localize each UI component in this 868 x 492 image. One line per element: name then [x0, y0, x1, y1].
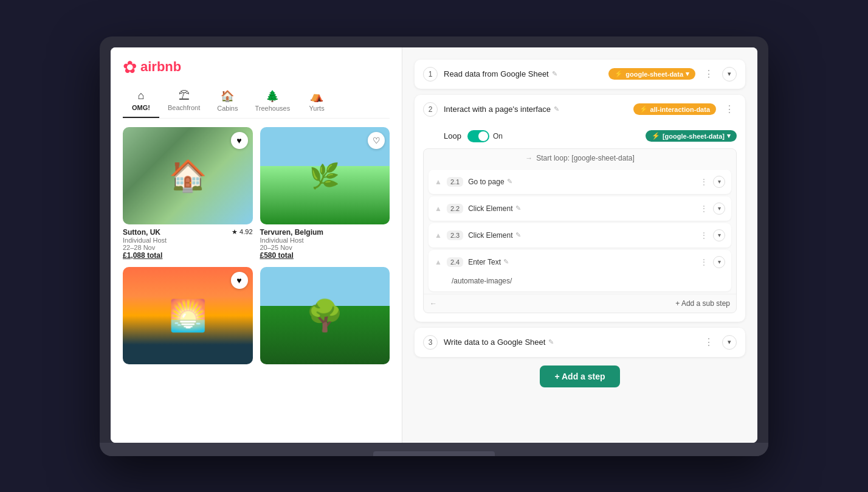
omg-icon: ⌂	[138, 89, 145, 102]
sub-step-header-2-3: ▲ 2.3 Click Element ✎ ⋮ ▾	[429, 223, 731, 248]
bolt-icon-2: ⚡	[639, 105, 648, 113]
step-number-3: 3	[423, 335, 438, 350]
heart-button-3[interactable]: ♥	[231, 272, 248, 289]
heart-button-1[interactable]: ♥	[231, 132, 248, 149]
sub-number-2-2: 2.2	[447, 204, 463, 213]
step-header-2: 2 Interact with a page's interface ✎ ⚡ a…	[415, 95, 745, 124]
up-arrow-2-1[interactable]: ▲	[435, 178, 442, 186]
sub-more-2-2[interactable]: ⋮	[700, 204, 708, 213]
step-title-text-2: Interact with a page's interface	[444, 105, 551, 114]
up-arrow-2-4[interactable]: ▲	[435, 258, 442, 266]
nav-item-treehouses[interactable]: 🌲 Treehouses	[246, 86, 298, 118]
step-title-3: Write data to a Google Sheet ✎	[444, 338, 695, 347]
loop-badge-text: [google-sheet-data]	[663, 133, 725, 140]
nav-label-cabins: Cabins	[217, 105, 238, 112]
more-menu-1[interactable]: ⋮	[701, 68, 716, 80]
airbnb-logo: ✿ airbnb	[123, 57, 390, 77]
listing-card-3[interactable]: ♥	[123, 267, 253, 364]
listing-card-2[interactable]: ♡ Tervuren, Belgium Individual Host 20–2…	[260, 127, 390, 260]
listing-dates-2: 20–25 Nov	[260, 244, 390, 251]
treehouses-icon: 🌲	[266, 89, 279, 103]
sub-more-2-1[interactable]: ⋮	[700, 177, 708, 187]
sub-chevron-2-2[interactable]: ▾	[713, 203, 725, 215]
loop-body: → Start loop: [google-sheet-data] ▲ 2.1 …	[423, 148, 737, 313]
automation-panel: 1 Read data from Google Sheet ✎ ⚡ google…	[402, 47, 757, 443]
loop-arrow-right: →	[525, 154, 532, 162]
up-arrow-2-3[interactable]: ▲	[435, 231, 442, 240]
step-number-2: 2	[423, 102, 438, 117]
edit-icon-1[interactable]: ✎	[552, 70, 557, 78]
listing-card-4[interactable]	[260, 267, 390, 364]
edit-icon-3[interactable]: ✎	[548, 338, 554, 346]
loop-text-label: Loop	[444, 131, 461, 140]
listing-price-1: £1,088 total	[123, 251, 253, 260]
badge-chevron-1: ▾	[686, 70, 689, 78]
sub-title-2-2: Click Element ✎	[468, 204, 695, 213]
nav-label-yurts: Yurts	[309, 105, 325, 112]
listing-image-1: ♥	[123, 127, 253, 224]
step-badge-1[interactable]: ⚡ google-sheet-data ▾	[608, 68, 695, 80]
collapse-1[interactable]: ▾	[722, 67, 737, 81]
airbnb-panel: ✿ airbnb ⌂ OMG! ⛱ Beachfront 🏠 Cabins	[111, 47, 402, 443]
nav-item-beachfront[interactable]: ⛱ Beachfront	[159, 86, 208, 118]
more-menu-3[interactable]: ⋮	[701, 336, 716, 348]
laptop-frame: ✿ airbnb ⌂ OMG! ⛱ Beachfront 🏠 Cabins	[100, 36, 768, 456]
back-arrow-icon: ←	[430, 299, 437, 308]
sub-title-2-1: Go to page ✎	[468, 178, 695, 186]
step-title-1: Read data from Google Sheet ✎	[444, 69, 602, 78]
toggle-on-label: On	[493, 132, 503, 140]
step-title-2: Interact with a page's interface ✎	[444, 105, 627, 114]
sub-step-2-3: ▲ 2.3 Click Element ✎ ⋮ ▾	[429, 223, 731, 248]
yurts-icon: ⛺	[310, 89, 323, 103]
step-title-text-3: Write data to a Google Sheet	[444, 338, 545, 347]
listing-price-2: £580 total	[260, 251, 390, 260]
nav-item-cabins[interactable]: 🏠 Cabins	[208, 86, 246, 118]
nav-item-yurts[interactable]: ⛺ Yurts	[298, 86, 335, 118]
more-menu-2[interactable]: ⋮	[722, 103, 737, 115]
edit-icon-2[interactable]: ✎	[554, 105, 559, 113]
airbnb-nav: ⌂ OMG! ⛱ Beachfront 🏠 Cabins 🌲 Treehouse…	[123, 86, 390, 119]
sub-title-text-2-3: Click Element	[468, 231, 512, 240]
step-title-text-1: Read data from Google Sheet	[444, 69, 549, 78]
sub-step-2-1: ▲ 2.1 Go to page ✎ ⋮ ▾	[429, 170, 731, 194]
heart-button-2[interactable]: ♡	[368, 132, 385, 149]
sub-edit-2-4[interactable]: ✎	[503, 258, 509, 266]
collapse-3[interactable]: ▾	[722, 335, 737, 350]
sub-chevron-2-1[interactable]: ▾	[713, 176, 725, 188]
loop-toggle[interactable]	[467, 130, 489, 142]
step-card-2: 2 Interact with a page's interface ✎ ⚡ a…	[415, 95, 745, 322]
sub-more-2-4[interactable]: ⋮	[700, 257, 708, 267]
sub-number-2-4: 2.4	[447, 257, 463, 267]
sub-edit-2-2[interactable]: ✎	[515, 204, 521, 212]
sub-step-header-2-2: ▲ 2.2 Click Element ✎ ⋮ ▾	[429, 196, 731, 221]
loop-badge-chevron: ▾	[727, 132, 731, 140]
up-arrow-2-2[interactable]: ▲	[435, 204, 442, 213]
nav-label-treehouses: Treehouses	[255, 105, 290, 112]
sub-edit-2-3[interactable]: ✎	[515, 231, 521, 239]
airbnb-header: ✿ airbnb ⌂ OMG! ⛱ Beachfront 🏠 Cabins	[111, 47, 402, 119]
listing-host-2: Individual Host	[260, 237, 390, 244]
loop-bolt-icon: ⚡	[652, 132, 660, 140]
sub-chevron-2-4[interactable]: ▾	[713, 256, 725, 268]
step-badge-2[interactable]: ⚡ all-interaction-data	[633, 103, 716, 115]
loop-header: Loop On ⚡ [google-sheet-data] ▾	[415, 124, 745, 148]
add-sub-step-button[interactable]: + Add a sub step	[675, 299, 730, 308]
sub-edit-2-1[interactable]: ✎	[507, 178, 512, 185]
beachfront-icon: ⛱	[179, 89, 190, 102]
step-header-1: 1 Read data from Google Sheet ✎ ⚡ google…	[415, 60, 745, 89]
step-header-3: 3 Write data to a Google Sheet ✎ ⋮ ▾	[415, 328, 745, 357]
step-card-1: 1 Read data from Google Sheet ✎ ⚡ google…	[415, 60, 745, 89]
loop-title-bar: → Start loop: [google-sheet-data]	[424, 149, 736, 167]
sub-chevron-2-3[interactable]: ▾	[713, 229, 725, 241]
listing-dates-1: 22–28 Nov	[123, 244, 253, 251]
nav-item-omg[interactable]: ⌂ OMG!	[123, 86, 159, 118]
listing-location-1: Sutton, UK	[123, 228, 160, 237]
loop-title-text: Start loop: [google-sheet-data]	[536, 154, 634, 162]
add-step-button[interactable]: + Add a step	[540, 366, 619, 387]
badge-text-1: google-sheet-data	[625, 71, 683, 78]
listing-image-4	[260, 267, 390, 364]
sub-more-2-3[interactable]: ⋮	[700, 230, 708, 240]
sub-step-header-2-1: ▲ 2.1 Go to page ✎ ⋮ ▾	[429, 170, 731, 194]
listing-card-1[interactable]: ♥ Sutton, UK ★ 4.92 Individual Host 22–2…	[123, 127, 253, 260]
loop-badge[interactable]: ⚡ [google-sheet-data] ▾	[646, 130, 737, 142]
